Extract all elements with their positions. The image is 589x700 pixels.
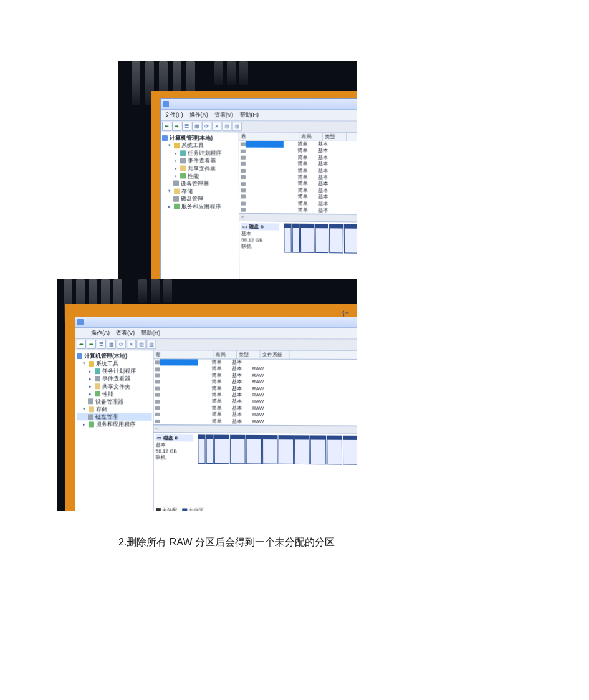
toolbar-button[interactable]: ✕ — [212, 122, 221, 131]
forward-button[interactable]: ➡ — [172, 122, 181, 131]
tree-shared-folders[interactable]: 共享文件夹 — [162, 165, 237, 173]
disk-partition[interactable] — [278, 435, 294, 464]
forward-button[interactable]: ➡ — [87, 340, 96, 349]
title-bar[interactable] — [161, 99, 357, 110]
tree-task-scheduler[interactable]: 任务计划程序 — [162, 149, 237, 157]
volume-list[interactable]: 简单基本简单基本简单基本简单基本简单基本简单基本简单基本简单基本简单基本简单基本… — [239, 141, 357, 214]
tree-root[interactable]: 计算机管理(本地) — [162, 134, 237, 142]
disk-panel[interactable]: ▭ 磁盘 0 基本 58.12 GB 联机 — [239, 221, 357, 279]
menu-bar[interactable]: 文件(F) 操作(A) 查看(V) 帮助(H) — [161, 110, 357, 122]
device-icon — [88, 399, 93, 405]
back-button[interactable]: ⬅ — [162, 122, 171, 131]
volume-list-header[interactable]: 卷 布局 类型 文件系统 — [153, 350, 357, 360]
folder-icon — [180, 166, 186, 171]
toolbar[interactable]: ⬅ ➡ ☰ ▦ ⟳ ✕ ▤ ▥ — [161, 121, 357, 133]
tree-performance[interactable]: 性能 — [162, 172, 237, 180]
volume-row[interactable]: 简单基本 — [239, 206, 357, 214]
column-layout[interactable]: 布局 — [299, 133, 323, 141]
volume-icon — [155, 367, 160, 371]
menu-file[interactable]: 文件(F) — [162, 110, 186, 120]
toolbar-button[interactable]: ▤ — [222, 122, 231, 131]
tree-storage[interactable]: 存储 — [77, 405, 152, 413]
volume-list[interactable]: 简单基本简单基本RAW简单基本RAW简单基本RAW简单基本RAW简单基本RAW简… — [153, 359, 357, 426]
refresh-button[interactable]: ⟳ — [117, 340, 126, 349]
toolbar-button[interactable]: ☰ — [97, 340, 106, 349]
volume-icon — [241, 175, 246, 179]
tree-performance[interactable]: 性能 — [77, 390, 152, 398]
volume-row[interactable]: 简单基本 — [239, 148, 357, 155]
tree-storage[interactable]: 存储 — [162, 187, 237, 195]
column-type[interactable]: 类型 — [237, 350, 261, 358]
toolbar-button[interactable]: ☰ — [182, 122, 191, 131]
disk-partition[interactable] — [315, 224, 328, 253]
disk-partition[interactable] — [292, 224, 300, 253]
tree-event-viewer[interactable]: 事件查看器 — [162, 157, 237, 165]
tree-device-manager[interactable]: 设备管理器 — [77, 398, 152, 406]
tree-event-viewer[interactable]: 事件查看器 — [77, 375, 152, 383]
services-icon — [174, 204, 180, 209]
toolbar-button[interactable]: ▤ — [136, 340, 146, 349]
navigation-tree[interactable]: 计算机管理(本地) 系统工具 任务计划程序 事件查看器 共享文件夹 性能 设备管… — [161, 132, 239, 279]
volume-row[interactable]: 简单基本 — [239, 141, 357, 148]
toolbar-button[interactable]: ▦ — [192, 122, 201, 131]
toolbar-button[interactable]: ▥ — [146, 340, 156, 349]
disk-partition[interactable] — [230, 435, 246, 464]
refresh-button[interactable]: ⟳ — [202, 122, 211, 131]
tree-disk-management[interactable]: 磁盘管理 — [77, 413, 152, 421]
column-volume[interactable]: 卷 — [239, 132, 300, 140]
tree-task-scheduler[interactable]: 任务计划程序 — [77, 367, 152, 375]
menu-action[interactable]: 操作(A) — [89, 328, 112, 338]
column-type[interactable]: 类型 — [323, 133, 347, 141]
disk-map[interactable] — [198, 434, 357, 464]
title-bar[interactable] — [75, 317, 357, 328]
toolbar-button[interactable]: ✕ — [127, 340, 136, 349]
disk-partition[interactable] — [343, 436, 357, 465]
menu-file[interactable]: … — [77, 328, 87, 338]
menu-help[interactable]: 帮助(H) — [237, 110, 261, 120]
navigation-tree[interactable]: 计算机管理(本地) 系统工具 任务计划程序 事件查看器 共享文件夹 性能 设备管… — [75, 350, 154, 511]
clock-icon — [95, 368, 100, 374]
disk-partition[interactable] — [310, 435, 326, 464]
toolbar[interactable]: ⬅ ➡ ☰ ▦ ⟳ ✕ ▤ ▥ — [75, 339, 357, 351]
volume-list-header[interactable]: 卷 布局 类型 — [239, 132, 357, 141]
menu-bar[interactable]: … 操作(A) 查看(V) 帮助(H) — [75, 328, 357, 339]
tree-device-manager[interactable]: 设备管理器 — [162, 180, 237, 188]
column-filesystem[interactable]: 文件系统 — [261, 350, 290, 358]
tree-system-tools[interactable]: 系统工具 — [77, 360, 151, 367]
disk-partition[interactable] — [327, 435, 342, 464]
disk-partition[interactable] — [206, 434, 214, 464]
toolbar-button[interactable]: ▥ — [232, 122, 242, 131]
volume-icon — [241, 169, 246, 173]
tree-services-apps[interactable]: 服务和应用程序 — [162, 203, 237, 211]
disk-partition[interactable] — [329, 224, 343, 253]
column-layout[interactable]: 布局 — [213, 350, 237, 358]
back-button[interactable]: ⬅ — [77, 340, 86, 349]
disk-partition[interactable] — [294, 435, 310, 464]
disk-panel[interactable]: ▭ 磁盘 0 基本 58.12 GB 联机 未分配 主分区 — [154, 432, 357, 511]
column-volume[interactable]: 卷 — [153, 350, 213, 358]
disk-partition[interactable] — [284, 224, 291, 253]
tree-root[interactable]: 计算机管理(本地) — [77, 352, 151, 360]
services-icon — [89, 421, 94, 427]
legend-unallocated-swatch — [156, 508, 161, 511]
disk-partition[interactable] — [214, 434, 230, 464]
disk-partition[interactable] — [300, 224, 314, 253]
menu-help[interactable]: 帮助(H) — [138, 328, 163, 338]
volume-row[interactable]: 简单基本 — [153, 359, 357, 366]
tree-services-apps[interactable]: 服务和应用程序 — [77, 421, 152, 429]
volume-row[interactable]: 简单基本RAW — [154, 418, 357, 425]
computer-management-window[interactable]: … 操作(A) 查看(V) 帮助(H) ⬅ ➡ ☰ ▦ ⟳ ✕ ▤ ▥ 计算机管… — [75, 317, 357, 511]
computer-management-window[interactable]: 文件(F) 操作(A) 查看(V) 帮助(H) ⬅ ➡ ☰ ▦ ⟳ ✕ ▤ ▥ … — [160, 98, 357, 279]
disk-partition[interactable] — [343, 224, 357, 254]
menu-action[interactable]: 操作(A) — [187, 110, 211, 120]
menu-view[interactable]: 查看(V) — [113, 328, 137, 338]
disk-map[interactable] — [284, 224, 357, 254]
disk-partition[interactable] — [246, 435, 262, 464]
tree-system-tools[interactable]: 系统工具 — [162, 141, 237, 150]
menu-view[interactable]: 查看(V) — [212, 110, 236, 120]
disk-partition[interactable] — [198, 434, 205, 464]
tree-disk-management[interactable]: 磁盘管理 — [162, 195, 237, 203]
toolbar-button[interactable]: ▦ — [107, 340, 116, 349]
disk-partition[interactable] — [262, 435, 278, 464]
tree-shared-folders[interactable]: 共享文件夹 — [77, 383, 152, 391]
